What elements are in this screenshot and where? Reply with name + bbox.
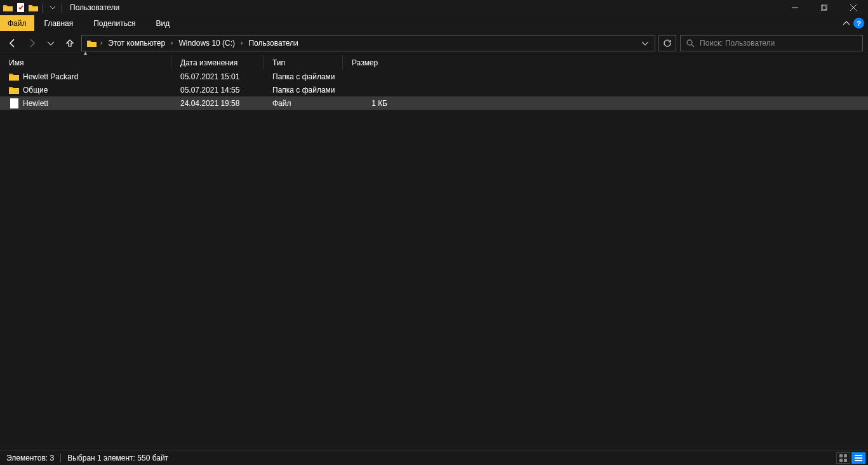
search-box[interactable]	[680, 35, 863, 51]
svg-rect-3	[822, 4, 827, 10]
address-bar-right	[642, 41, 652, 46]
recent-locations-button[interactable]	[43, 36, 58, 51]
column-date[interactable]: Дата изменения	[171, 55, 264, 70]
file-row[interactable]: Общие05.07.2021 14:55Папка с файлами	[0, 83, 868, 96]
forward-button[interactable]	[24, 36, 39, 51]
folder-icon	[3, 3, 13, 13]
chevron-right-icon[interactable]: ›	[239, 39, 244, 46]
tab-share[interactable]: Поделиться	[83, 15, 145, 31]
cell-type: Папка с файлами	[264, 70, 343, 83]
view-thumbnails-button[interactable]	[836, 452, 850, 464]
titlebar: Пользователи	[0, 0, 868, 15]
file-row[interactable]: Hewlett Packard05.07.2021 15:01Папка с ф…	[0, 70, 868, 83]
folder-icon	[86, 39, 97, 48]
cell-name: Hewlett	[0, 96, 171, 110]
status-separator	[60, 454, 61, 462]
chevron-right-icon[interactable]: ›	[98, 39, 104, 46]
cell-date: 05.07.2021 14:55	[171, 83, 264, 96]
tab-view[interactable]: Вид	[145, 15, 180, 31]
svg-rect-10	[844, 454, 847, 457]
view-switch	[836, 452, 868, 464]
file-list: Hewlett Packard05.07.2021 15:01Папка с ф…	[0, 70, 868, 450]
column-type[interactable]: Тип	[264, 55, 343, 70]
ribbon-right: ?	[843, 15, 868, 31]
window-title: Пользователи	[66, 3, 119, 12]
file-row[interactable]: Hewlett24.04.2021 19:58Файл1 КБ	[0, 96, 868, 110]
column-name[interactable]: Имя ▲	[0, 55, 171, 70]
svg-rect-2	[821, 6, 826, 11]
cell-type: Файл	[264, 96, 343, 110]
svg-rect-13	[855, 455, 862, 456]
svg-point-6	[687, 40, 692, 45]
breadcrumb-item[interactable]: Windows 10 (C:)	[176, 36, 237, 51]
cell-type: Папка с файлами	[264, 83, 343, 96]
svg-rect-11	[839, 459, 843, 462]
cell-size	[343, 70, 394, 83]
tab-file[interactable]: Файл	[0, 15, 34, 31]
sort-ascending-icon: ▲	[83, 49, 89, 56]
svg-rect-15	[855, 460, 862, 461]
column-label: Имя	[9, 58, 23, 67]
nav-row: › Этот компьютер › Windows 10 (C:) › Пол…	[0, 31, 868, 55]
svg-rect-14	[855, 457, 862, 459]
tab-home[interactable]: Главная	[34, 15, 84, 31]
column-size[interactable]: Размер	[343, 55, 394, 70]
view-details-button[interactable]	[851, 452, 865, 464]
ribbon: Файл Главная Поделиться Вид ?	[0, 15, 868, 31]
status-bar: Элементов: 3 Выбран 1 элемент: 550 байт	[0, 450, 868, 465]
new-folder-icon[interactable]	[28, 3, 39, 13]
chevron-down-icon[interactable]	[642, 41, 648, 46]
ribbon-collapse-icon[interactable]	[843, 21, 850, 26]
svg-rect-9	[839, 454, 843, 457]
breadcrumb-item[interactable]: Пользователи	[246, 36, 300, 51]
svg-rect-12	[844, 459, 847, 462]
minimize-button[interactable]	[780, 0, 810, 15]
chevron-right-icon[interactable]: ›	[169, 39, 175, 46]
refresh-button[interactable]	[658, 35, 676, 51]
file-name: Общие	[23, 86, 48, 95]
address-bar[interactable]: › Этот компьютер › Windows 10 (C:) › Пол…	[81, 35, 655, 51]
up-button[interactable]	[62, 36, 77, 51]
search-input[interactable]	[700, 39, 857, 48]
cell-size	[343, 83, 394, 96]
back-button[interactable]	[5, 36, 20, 51]
close-button[interactable]	[839, 0, 868, 15]
svg-line-7	[691, 44, 694, 47]
cell-name: Общие	[0, 83, 171, 96]
breadcrumb-item[interactable]: Этот компьютер	[105, 36, 168, 51]
column-header: Имя ▲ Дата изменения Тип Размер	[0, 55, 868, 70]
file-name: Hewlett Packard	[23, 72, 78, 81]
quick-access-toolbar: Пользователи	[0, 3, 119, 13]
status-count: Элементов: 3	[6, 454, 54, 462]
qat-separator	[43, 3, 43, 13]
help-icon[interactable]: ?	[853, 18, 864, 29]
folder-icon	[9, 72, 19, 82]
file-name: Hewlett	[23, 99, 48, 108]
cell-date: 24.04.2021 19:58	[171, 96, 264, 110]
cell-date: 05.07.2021 15:01	[171, 70, 264, 83]
svg-rect-8	[10, 98, 18, 108]
qat-dropdown-icon[interactable]	[47, 3, 58, 13]
properties-icon[interactable]	[15, 3, 26, 13]
maximize-button[interactable]	[810, 0, 839, 15]
status-selection: Выбран 1 элемент: 550 байт	[67, 454, 168, 462]
folder-icon	[9, 85, 19, 95]
file-icon	[9, 98, 19, 108]
window-controls	[780, 0, 868, 15]
cell-size: 1 КБ	[343, 96, 394, 110]
search-icon	[686, 39, 695, 48]
qat-separator	[62, 3, 62, 13]
cell-name: Hewlett Packard	[0, 70, 171, 83]
